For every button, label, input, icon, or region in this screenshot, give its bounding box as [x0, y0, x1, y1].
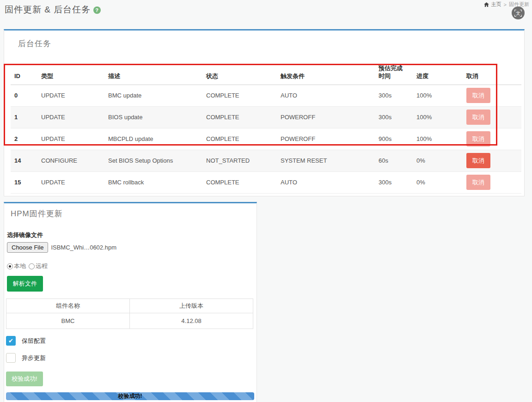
cancel-task-button[interactable]: 取消 — [466, 175, 490, 190]
task-cell-status: COMPLETE — [202, 179, 277, 186]
task-cell-trigger: AUTO — [277, 179, 375, 186]
async-update-label[interactable]: 异步更新 — [22, 354, 46, 362]
task-table-row: 15UPDATEBMC rollbackCOMPLETEAUTO300s0%取消 — [11, 172, 521, 194]
task-cell-id: 15 — [11, 179, 37, 186]
component-table-row: BMC4.12.08 — [6, 313, 253, 329]
radio-local-label[interactable]: 本地 — [14, 262, 26, 270]
task-cell-eta: 300s — [375, 92, 413, 99]
async-update-checkbox[interactable] — [6, 353, 16, 363]
task-cell-eta: 300s — [375, 179, 413, 186]
task-cell-id: 0 — [11, 92, 37, 99]
radio-remote[interactable] — [29, 263, 35, 269]
upload-version-header: 上传版本 — [130, 299, 253, 313]
upload-progress-bar: 校验成功! — [6, 392, 254, 400]
task-cell-eta: 900s — [375, 135, 413, 142]
task-cell-trigger: POWEROFF — [277, 135, 375, 142]
header-type: 类型 — [37, 73, 104, 85]
component-table-body: BMC4.12.08 — [6, 313, 253, 329]
select-image-file-label: 选择镜像文件 — [7, 231, 43, 239]
task-cell-type: UPDATE — [37, 92, 104, 99]
hpm-update-panel: HPM固件更新 选择镜像文件 Choose File ISBMC_Whi…060… — [4, 202, 257, 402]
home-icon[interactable] — [484, 2, 489, 7]
task-cell-progress: 100% — [413, 92, 463, 99]
task-cell-cancel: 取消 — [463, 153, 521, 168]
radio-remote-label[interactable]: 远程 — [36, 262, 48, 270]
task-cell-desc: MBCPLD update — [104, 135, 202, 142]
task-cell-status: COMPLETE — [202, 114, 277, 121]
task-cell-eta: 300s — [375, 114, 413, 121]
task-table-header: ID 类型 描述 状态 触发条件 预估完成时间 进度 取消 — [11, 65, 521, 85]
task-cell-desc: BIOS update — [104, 114, 202, 121]
task-cell-type: UPDATE — [37, 179, 104, 186]
progress-bar-text: 校验成功! — [118, 393, 142, 399]
radio-local[interactable] — [7, 263, 13, 269]
task-cell-type: CONFIGURE — [37, 157, 104, 164]
task-table: ID 类型 描述 状态 触发条件 预估完成时间 进度 取消 0UPDATEBMC… — [11, 65, 521, 194]
source-radio-group: 本地 远程 — [7, 262, 50, 270]
task-cell-progress: 0% — [413, 179, 463, 186]
cancel-task-button[interactable]: 取消 — [466, 110, 490, 125]
task-cell-desc: Set BIOS Setup Options — [104, 157, 202, 164]
parse-file-button[interactable]: 解析文件 — [7, 276, 43, 292]
task-cell-trigger: SYSTEM RESET — [277, 157, 375, 164]
header-desc: 描述 — [104, 73, 202, 85]
background-tasks-panel: 后台任务 ID 类型 描述 状态 触发条件 预估完成时间 进度 取消 0UPDA… — [4, 29, 525, 196]
keep-config-row: 保留配置 — [6, 336, 46, 346]
upload-version-cell: 4.12.08 — [130, 313, 253, 329]
file-input-row: Choose File ISBMC_Whi…0602.hpm — [7, 242, 116, 253]
component-table-header: 组件名称 上传版本 — [6, 299, 253, 313]
breadcrumb: 主页 > 固件更新 — [484, 1, 529, 8]
async-update-row: 异步更新 — [6, 353, 46, 363]
verify-status-button: 校验成功! — [6, 372, 43, 386]
task-cell-id: 2 — [11, 135, 37, 142]
component-name-cell: BMC — [6, 313, 130, 329]
task-table-row: 1UPDATEBIOS updateCOMPLETEPOWEROFF300s10… — [11, 107, 521, 128]
background-tasks-title: 后台任务 — [18, 38, 51, 49]
task-cell-cancel: 取消 — [463, 88, 521, 103]
task-cell-type: UPDATE — [37, 135, 104, 142]
header-cancel: 取消 — [463, 73, 521, 85]
breadcrumb-separator: > — [504, 2, 507, 7]
keep-config-checkbox[interactable] — [6, 336, 16, 346]
task-cell-trigger: POWEROFF — [277, 114, 375, 121]
cancel-task-button[interactable]: 取消 — [466, 88, 490, 103]
help-icon[interactable]: ? — [93, 6, 101, 14]
task-cell-status: COMPLETE — [202, 92, 277, 99]
header-progress: 进度 — [413, 73, 463, 85]
component-table: 组件名称 上传版本 BMC4.12.08 — [6, 298, 253, 329]
task-cell-type: UPDATE — [37, 114, 104, 121]
task-table-row: 14CONFIGURESet BIOS Setup OptionsNOT_STA… — [11, 150, 521, 172]
task-table-row: 2UPDATEMBCPLD updateCOMPLETEPOWEROFF900s… — [11, 128, 521, 150]
component-name-header: 组件名称 — [6, 299, 130, 313]
language-toggle-button[interactable]: 文 — [512, 6, 525, 19]
translate-icon: 文 — [514, 10, 522, 17]
page-title-text: 固件更新 & 后台任务 — [5, 5, 91, 14]
task-cell-cancel: 取消 — [463, 175, 521, 190]
task-cell-status: COMPLETE — [202, 135, 277, 142]
header-status: 状态 — [202, 73, 277, 85]
hpm-panel-title: HPM固件更新 — [11, 208, 63, 219]
task-cell-progress: 100% — [413, 135, 463, 142]
task-cell-trigger: AUTO — [277, 92, 375, 99]
header-id: ID — [11, 73, 37, 85]
task-cell-cancel: 取消 — [463, 131, 521, 146]
choose-file-button[interactable]: Choose File — [7, 242, 48, 253]
page-title: 固件更新 & 后台任务? — [5, 4, 101, 16]
header-eta: 预估完成时间 — [375, 65, 413, 85]
selected-file-name: ISBMC_Whi…0602.hpm — [51, 244, 116, 251]
task-cell-eta: 60s — [375, 157, 413, 164]
task-cell-progress: 0% — [413, 157, 463, 164]
cancel-task-button[interactable]: 取消 — [466, 131, 490, 146]
task-table-body: 0UPDATEBMC updateCOMPLETEAUTO300s100%取消1… — [11, 85, 521, 194]
task-cell-cancel: 取消 — [463, 110, 521, 125]
task-cell-status: NOT_STARTED — [202, 157, 277, 164]
cancel-task-button[interactable]: 取消 — [466, 153, 490, 168]
header-trigger: 触发条件 — [277, 73, 375, 85]
task-cell-progress: 100% — [413, 114, 463, 121]
keep-config-label[interactable]: 保留配置 — [22, 337, 46, 345]
task-cell-id: 14 — [11, 157, 37, 164]
task-cell-id: 1 — [11, 114, 37, 121]
task-cell-desc: BMC rollback — [104, 179, 202, 186]
task-table-row: 0UPDATEBMC updateCOMPLETEAUTO300s100%取消 — [11, 85, 521, 107]
breadcrumb-home[interactable]: 主页 — [491, 1, 501, 8]
